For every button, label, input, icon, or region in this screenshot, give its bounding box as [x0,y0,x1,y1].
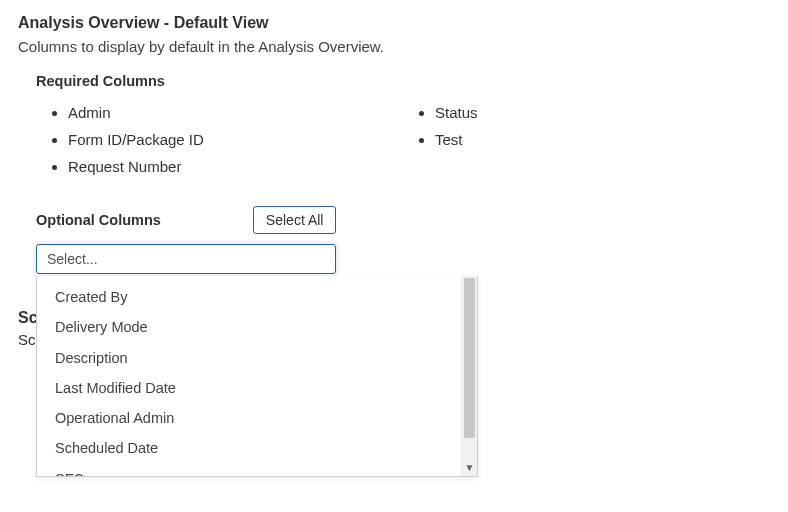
dropdown-option[interactable]: Delivery Mode [37,312,461,342]
dropdown-option[interactable]: Operational Admin [37,403,461,433]
dropdown-scrollbar[interactable]: ▼ [461,276,477,476]
required-columns-list-right: Status Test [403,99,770,153]
scrollbar-thumb[interactable] [464,278,475,438]
dropdown-option[interactable]: Scheduled Date [37,433,461,463]
list-item: Request Number [68,153,403,180]
optional-columns-dropdown: Created By Delivery Mode Description Las… [36,276,478,477]
list-item: Form ID/Package ID [68,126,403,153]
dropdown-option[interactable]: SFC [37,464,461,476]
list-item: Status [435,99,770,126]
required-columns-list-left: Admin Form ID/Package ID Request Number [36,99,403,180]
list-item: Test [435,126,770,153]
page-title: Analysis Overview - Default View [18,14,770,32]
required-columns-section: Required Columns Admin Form ID/Package I… [18,73,770,180]
select-all-button[interactable]: Select All [253,206,337,234]
chevron-down-icon[interactable]: ▼ [462,462,477,474]
page-subtitle: Columns to display by default in the Ana… [18,38,770,55]
list-item: Admin [68,99,403,126]
obscured-text-fragment: Sc [18,331,38,348]
dropdown-list: Created By Delivery Mode Description Las… [37,276,461,476]
obscured-heading-fragment: Sc [18,309,38,327]
optional-columns-heading: Optional Columns [36,212,161,228]
obscured-section-behind-dropdown: Sc Sc [18,309,38,348]
dropdown-option[interactable]: Last Modified Date [37,373,461,403]
dropdown-option[interactable]: Description [37,343,461,373]
required-columns-heading: Required Columns [36,73,770,89]
optional-columns-select-input[interactable] [36,244,336,274]
dropdown-option[interactable]: Created By [37,282,461,312]
